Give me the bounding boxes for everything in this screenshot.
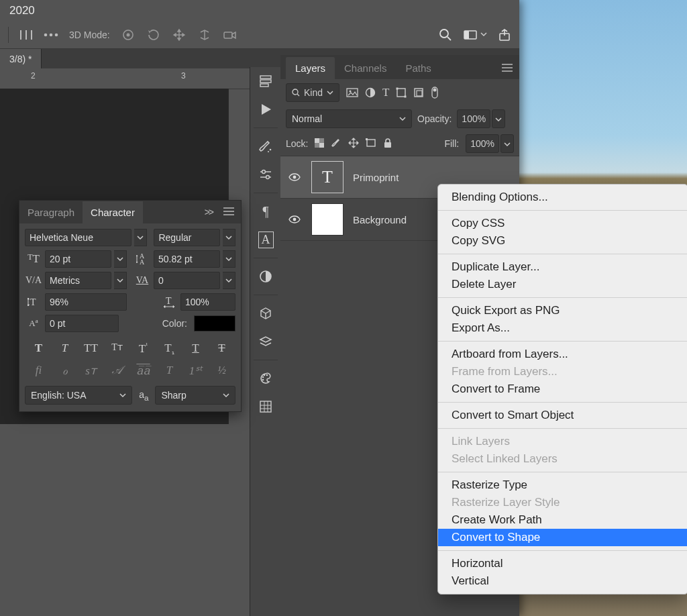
opacity-caret[interactable] (492, 109, 505, 128)
menu-item-create-work-path[interactable]: Create Work Path (438, 511, 687, 529)
kerning-caret[interactable] (114, 272, 127, 289)
faux-bold-button[interactable]: T (30, 342, 48, 356)
leading-input[interactable]: 50.82 pt (154, 250, 220, 268)
doc-tab[interactable]: 3/8) * (0, 49, 42, 69)
font-size-input[interactable]: 20 pt (45, 250, 111, 268)
font-family-select[interactable]: Helvetica Neue (25, 229, 131, 246)
orbit-icon[interactable] (121, 28, 136, 42)
pan-icon[interactable] (172, 28, 187, 42)
swash-button[interactable]: 𝒜 (108, 364, 127, 378)
fractions-button[interactable]: ½ (213, 364, 231, 378)
align-icon[interactable] (19, 29, 33, 41)
filter-pixel-icon[interactable] (346, 87, 358, 98)
camera-icon[interactable] (223, 29, 237, 41)
allcaps-button[interactable]: TT (82, 342, 101, 356)
3d-panel-icon[interactable] (250, 299, 281, 327)
tracking-input[interactable]: 0 (154, 272, 220, 289)
lock-position-icon[interactable] (348, 138, 359, 150)
menu-item-convert-to-frame[interactable]: Convert to Frame (438, 380, 687, 398)
layer-name[interactable]: Background (353, 214, 407, 225)
slide-icon[interactable] (197, 28, 212, 42)
menu-item-artboard-from-layers[interactable]: Artboard from Layers... (438, 346, 687, 363)
menu-item-horizontal[interactable]: Horizontal (438, 555, 687, 572)
titling-button[interactable]: a̅a̅ (134, 364, 153, 378)
brush-settings-icon[interactable] (250, 160, 281, 189)
kerning-input[interactable]: Metrics (45, 272, 111, 289)
share-icon[interactable] (498, 28, 511, 42)
menu-item-vertical[interactable]: Vertical (438, 572, 687, 590)
stylistic-button[interactable]: sᴛ (82, 364, 101, 378)
faux-italic-button[interactable]: T (56, 342, 74, 356)
expand-icon[interactable]: >> (201, 207, 217, 217)
character-panel-icon[interactable]: A (250, 225, 281, 254)
visibility-toggle[interactable] (287, 215, 302, 224)
swatches-icon[interactable] (250, 364, 281, 393)
color-swatch[interactable] (194, 315, 235, 331)
filter-adjust-icon[interactable] (365, 87, 376, 98)
ordinals-button[interactable]: T (160, 364, 179, 378)
font-style-caret[interactable] (223, 229, 235, 246)
layer-thumb-pixel[interactable] (311, 203, 344, 236)
layer-name[interactable]: Primoprint (353, 172, 399, 183)
strikethrough-button[interactable]: T (213, 342, 231, 356)
screen-mode-icon[interactable] (463, 29, 487, 41)
ligatures-button[interactable]: fi (30, 364, 48, 378)
menu-item-copy-css[interactable]: Copy CSS (438, 215, 687, 232)
blend-mode-select[interactable]: Normal (286, 109, 412, 128)
baseline-input[interactable]: 0 pt (45, 315, 119, 332)
tab-channels[interactable]: Channels (335, 57, 396, 79)
antialias-select[interactable]: Sharp (155, 386, 235, 405)
lock-artboard-icon[interactable] (366, 138, 376, 150)
menu-item-export-as[interactable]: Export As... (438, 319, 687, 337)
lock-pixels-icon[interactable] (331, 138, 341, 150)
menu-item-delete-layer[interactable]: Delete Layer (438, 276, 687, 293)
lock-all-icon[interactable] (383, 138, 392, 150)
adjustments-icon[interactable] (250, 262, 281, 291)
menu-item-copy-svg[interactable]: Copy SVG (438, 232, 687, 250)
contextual-button[interactable]: ℴ (56, 364, 74, 378)
filter-smart-icon[interactable] (413, 87, 424, 98)
font-size-caret[interactable] (114, 250, 127, 268)
paragraph-panel-icon[interactable]: ¶ (250, 197, 281, 225)
ordinal-1st-button[interactable]: 1ˢᵗ (187, 364, 205, 378)
leading-caret[interactable] (223, 250, 235, 268)
layers-small-icon[interactable] (250, 327, 281, 356)
search-icon[interactable] (439, 28, 452, 42)
fill-caret[interactable] (500, 134, 514, 153)
superscript-button[interactable]: T¹ (134, 342, 153, 356)
tab-paragraph[interactable]: Paragraph (19, 201, 83, 223)
menu-item-duplicate-layer[interactable]: Duplicate Layer... (438, 258, 687, 276)
filter-type-icon[interactable]: T (382, 86, 389, 99)
lock-transparent-icon[interactable] (315, 138, 324, 150)
filter-toggle-icon[interactable] (431, 86, 439, 99)
brush-panel-icon[interactable] (250, 132, 281, 160)
filter-shape-icon[interactable] (396, 87, 407, 98)
panel-menu-icon[interactable] (495, 58, 519, 79)
tab-layers[interactable]: Layers (286, 57, 335, 79)
properties-grid-icon[interactable] (250, 393, 281, 421)
menu-item-convert-to-smart-object[interactable]: Convert to Smart Object (438, 407, 687, 424)
font-family-caret[interactable] (134, 229, 147, 246)
opacity-input[interactable]: 100% (457, 109, 490, 128)
hscale-input[interactable]: 100% (180, 293, 235, 311)
language-select[interactable]: English: USA (25, 386, 132, 405)
panel-menu-icon[interactable] (217, 207, 241, 217)
layer-thumb-text[interactable]: T (311, 161, 344, 193)
underline-button[interactable]: T (187, 342, 205, 356)
smallcaps-button[interactable]: Tᴛ (108, 342, 127, 356)
menu-item-quick-export-as-png[interactable]: Quick Export as PNG (438, 302, 687, 319)
tab-character[interactable]: Character (83, 201, 143, 223)
subscript-button[interactable]: T₁ (160, 342, 179, 356)
kind-filter-select[interactable]: Kind (286, 83, 339, 102)
more-icon[interactable] (44, 33, 58, 37)
visibility-toggle[interactable] (287, 172, 302, 182)
horizontal-ruler[interactable]: 2 3 (0, 68, 250, 89)
font-style-select[interactable]: Regular (154, 229, 220, 246)
history-panel-icon[interactable] (250, 67, 281, 95)
fill-input[interactable]: 100% (466, 134, 499, 153)
tracking-caret[interactable] (223, 272, 235, 289)
roll-icon[interactable] (146, 28, 161, 42)
vscale-input[interactable]: 96% (45, 293, 127, 311)
menu-item-blending-options[interactable]: Blending Options... (438, 189, 687, 206)
menu-item-convert-to-shape[interactable]: Convert to Shape (438, 529, 687, 546)
